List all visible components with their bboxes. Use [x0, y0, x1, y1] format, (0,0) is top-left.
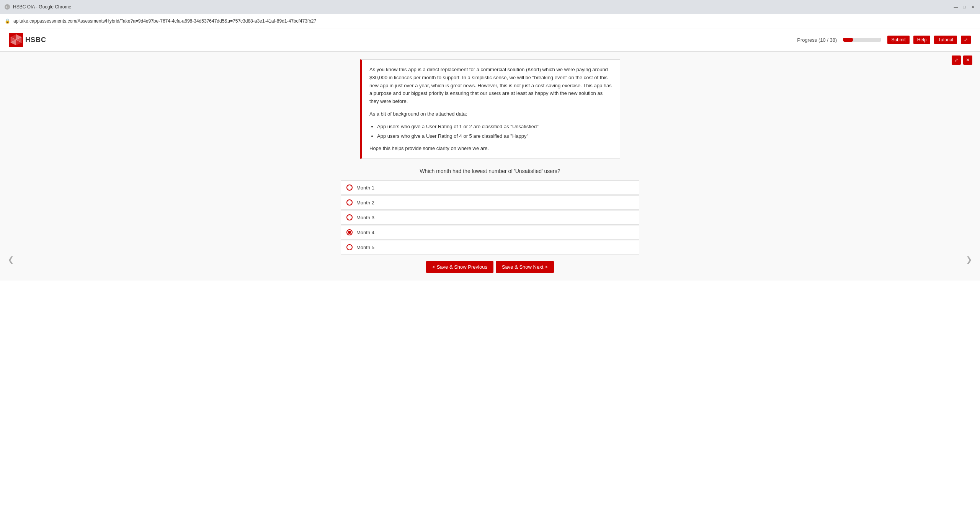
lock-icon: 🔒 — [5, 18, 10, 24]
tutorial-button[interactable]: Tutorial — [934, 36, 957, 44]
passage-closing-1: Hope this helps provide some clarity on … — [369, 145, 612, 153]
hsbc-logo-icon — [9, 33, 23, 47]
passage-bullet-1: App users who give a User Rating of 1 or… — [377, 123, 612, 131]
passage-container: As you know this app is a direct replace… — [360, 59, 620, 159]
answer-label-month2: Month 2 — [356, 200, 374, 206]
passage-list: App users who give a User Rating of 1 or… — [377, 123, 612, 140]
page-content: HSBC Progress (10 / 38) Submit Help Tuto… — [0, 28, 980, 519]
answer-label-month4: Month 4 — [356, 230, 374, 235]
radio-month2 — [346, 199, 353, 206]
answer-label-month1: Month 1 — [356, 185, 374, 191]
answer-option-month5[interactable]: Month 5 — [341, 240, 639, 255]
browser-addressbar: 🔒 apitake.cappassessments.com/Assessment… — [0, 14, 980, 28]
radio-month5 — [346, 244, 353, 250]
passage-bullet-2: App users who give a User Rating of 4 or… — [377, 132, 612, 140]
submit-button[interactable]: Submit — [887, 36, 909, 44]
radio-month1 — [346, 184, 353, 191]
header-right: Progress (10 / 38) Submit Help Tutorial … — [797, 36, 971, 44]
minimize-button[interactable]: — — [953, 4, 959, 10]
answers-container: Month 1 Month 2 Month 3 Month 4 Month 5 — [341, 180, 639, 255]
answer-option-month3[interactable]: Month 3 — [341, 210, 639, 225]
fullscreen-button[interactable]: ⤢ — [961, 36, 971, 44]
logo-area: HSBC — [9, 33, 46, 47]
answer-option-month4[interactable]: Month 4 — [341, 225, 639, 240]
browser-url[interactable]: apitake.cappassessments.com/Assessments/… — [13, 18, 975, 24]
favicon-icon: C — [5, 4, 10, 10]
help-button[interactable]: Help — [913, 36, 931, 44]
hsbc-logo: HSBC — [9, 33, 46, 47]
browser-title: HSBC OIA - Google Chrome — [13, 4, 71, 10]
main-content: ❮ ❯ ⤢ ✕ As you know this app is a direct… — [0, 52, 980, 281]
progress-bar-fill — [843, 38, 853, 42]
hsbc-name: HSBC — [25, 36, 46, 44]
prev-nav-arrow[interactable]: ❮ — [4, 251, 18, 268]
maximize-button[interactable]: □ — [962, 4, 967, 10]
passage-closing-2: Speak soon, — [369, 157, 612, 159]
progress-bar-container — [843, 38, 881, 42]
close-icon-button[interactable]: ✕ — [963, 55, 972, 65]
passage-paragraph-2: As a bit of background on the attached d… — [369, 110, 612, 118]
radio-month4-fill — [348, 231, 351, 234]
answer-option-month2[interactable]: Month 2 — [341, 195, 639, 210]
next-nav-arrow[interactable]: ❯ — [962, 251, 976, 268]
close-button[interactable]: ✕ — [970, 4, 975, 10]
save-show-next-button[interactable]: Save & Show Next > — [496, 261, 554, 273]
header: HSBC Progress (10 / 38) Submit Help Tuto… — [0, 28, 980, 52]
browser-controls: — □ ✕ — [953, 4, 975, 10]
answer-label-month3: Month 3 — [356, 215, 374, 220]
radio-month4 — [346, 229, 353, 235]
answer-label-month5: Month 5 — [356, 245, 374, 250]
floating-actions: ⤢ ✕ — [952, 55, 972, 65]
question-text: Which month had the lowest number of 'Un… — [360, 168, 620, 174]
expand-icon-button[interactable]: ⤢ — [952, 55, 961, 65]
action-buttons: < Save & Show Previous Save & Show Next … — [426, 261, 554, 273]
answer-option-month1[interactable]: Month 1 — [341, 180, 639, 195]
radio-month3 — [346, 214, 353, 220]
browser-titlebar: C HSBC OIA - Google Chrome — □ ✕ — [0, 0, 980, 14]
browser-frame: C HSBC OIA - Google Chrome — □ ✕ 🔒 apita… — [0, 0, 980, 28]
passage-paragraph-1: As you know this app is a direct replace… — [369, 66, 612, 106]
progress-label: Progress (10 / 38) — [797, 37, 837, 43]
save-show-previous-button[interactable]: < Save & Show Previous — [426, 261, 493, 273]
